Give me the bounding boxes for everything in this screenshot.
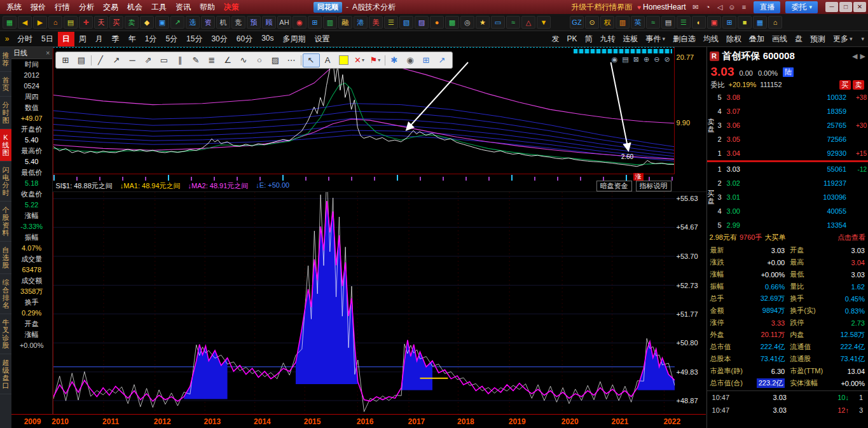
quick-icon[interactable]: ◎ bbox=[460, 16, 474, 29]
order-row[interactable]: 33.0625765+30 bbox=[715, 118, 868, 132]
chart-tool-item[interactable]: 连板 bbox=[619, 32, 642, 46]
wave-tool-icon[interactable]: ∿ bbox=[236, 54, 252, 67]
chart-tool-item[interactable]: 画线 bbox=[768, 32, 791, 46]
quick-icon[interactable]: ◆ bbox=[140, 16, 154, 29]
quick-icon[interactable]: 选 bbox=[186, 16, 200, 29]
order-row[interactable]: 23.0572566 bbox=[715, 132, 868, 146]
minimize-button[interactable]: ─ bbox=[825, 2, 838, 12]
segment-line-icon[interactable]: ─ bbox=[125, 54, 141, 67]
period-tab[interactable]: 年 bbox=[124, 32, 141, 46]
quick-icon[interactable]: ☰ bbox=[677, 16, 691, 29]
more-tools-icon[interactable]: ⋯ bbox=[284, 54, 300, 67]
circle-tool-icon[interactable]: ○ bbox=[252, 54, 268, 67]
overview-scroll-strip[interactable] bbox=[574, 49, 672, 53]
upgrade-link[interactable]: 升级千档行情界面 bbox=[571, 2, 632, 13]
big-order-notice[interactable]: 2.98元有 9760手 大买单 点击查看 bbox=[707, 232, 868, 243]
indicator-window-icon[interactable]: ▤ bbox=[74, 54, 90, 67]
quick-icon[interactable]: ▼ bbox=[537, 16, 551, 29]
quick-icon[interactable]: 英 bbox=[631, 16, 645, 29]
sidebar-item[interactable]: 首页 bbox=[0, 72, 11, 97]
menu-item[interactable]: 系统 bbox=[2, 2, 26, 13]
quick-icon[interactable]: ▩ bbox=[445, 16, 459, 29]
quick-icon[interactable]: 卖 bbox=[125, 16, 139, 29]
hatch-tool-icon[interactable]: ▨ bbox=[268, 54, 284, 67]
notice-action-link[interactable]: 点击查看 bbox=[837, 233, 865, 242]
chart-tool-item[interactable]: 删自选 bbox=[669, 32, 699, 46]
quick-icon[interactable]: ◐ bbox=[692, 16, 706, 29]
channel-tool-icon[interactable]: ∥ bbox=[172, 54, 188, 67]
period-tab[interactable]: 30s bbox=[257, 32, 278, 46]
quick-icon[interactable]: ▭ bbox=[491, 16, 505, 29]
period-tab[interactable]: 5分 bbox=[161, 32, 182, 46]
menu-item[interactable]: 资讯 bbox=[171, 2, 195, 13]
quick-icon[interactable]: ◀ bbox=[18, 16, 32, 29]
quick-icon[interactable]: ▦ bbox=[753, 16, 767, 29]
quick-icon[interactable]: ↗ bbox=[170, 16, 184, 29]
quick-icon[interactable]: ⊞ bbox=[722, 16, 736, 29]
quick-icon[interactable]: 权 bbox=[600, 16, 614, 29]
quick-icon[interactable]: ▶ bbox=[33, 16, 47, 29]
quick-icon[interactable]: ⊙ bbox=[585, 16, 599, 29]
chart-tool-item[interactable]: ▾ bbox=[856, 34, 868, 44]
quick-icon[interactable]: ▥ bbox=[323, 16, 337, 29]
quick-icon[interactable]: 天 bbox=[94, 16, 108, 29]
quick-icon[interactable]: ▨ bbox=[415, 16, 429, 29]
quick-icon[interactable]: AH bbox=[277, 16, 291, 29]
lock-icon[interactable]: ⊠ bbox=[633, 55, 639, 64]
chart-tool-item[interactable]: 九转 bbox=[596, 32, 619, 46]
sidebar-item[interactable]: 综合排名 bbox=[0, 274, 11, 314]
order-row[interactable]: 53.0810032+38 bbox=[715, 90, 868, 104]
quick-icon[interactable]: ● bbox=[430, 16, 444, 29]
quick-icon[interactable]: 融 bbox=[338, 16, 352, 29]
toggle-visibility-icon[interactable]: ◉ bbox=[403, 54, 418, 67]
share-draw-icon[interactable]: ↗ bbox=[434, 54, 450, 67]
price-plot[interactable]: ◉▤⊠⊕⊖⊘ ⊞▤╱↗─⇗▭∥✎≣∠∿○▨⋯↖A✕▾⚑▾✱◉⊞↗ 2.60 bbox=[53, 47, 675, 174]
menu-item[interactable]: 行情 bbox=[50, 2, 74, 13]
menu-item[interactable]: 机会 bbox=[123, 2, 147, 13]
text-tool-icon[interactable]: A bbox=[320, 54, 336, 67]
sidebar-item[interactable]: 分时图 bbox=[0, 97, 11, 129]
chart-tool-item[interactable]: 盘 bbox=[791, 32, 806, 46]
quick-icon[interactable]: ⌂ bbox=[768, 16, 782, 29]
close-icon[interactable]: × bbox=[46, 49, 50, 57]
quick-icon[interactable]: ▣ bbox=[707, 16, 721, 29]
chart-tool-item[interactable]: 除权 bbox=[722, 32, 745, 46]
quick-icon[interactable]: ▤ bbox=[661, 16, 675, 29]
menu-item[interactable]: 工具 bbox=[147, 2, 171, 13]
sidebar-item[interactable]: 牛叉诊股 bbox=[0, 314, 11, 354]
period-tab[interactable]: 1分 bbox=[141, 32, 162, 46]
delete-drawing-icon[interactable]: ✕▾ bbox=[352, 54, 368, 67]
flag-tool-icon[interactable]: ⚑▾ bbox=[368, 54, 383, 67]
buy-button[interactable]: 买 bbox=[839, 80, 851, 90]
quick-icon[interactable]: 顾 bbox=[262, 16, 276, 29]
account-name[interactable]: ♥HonestHeart bbox=[637, 3, 685, 11]
order-row[interactable]: 43.0040055 bbox=[715, 204, 868, 218]
order-row[interactable]: 23.02119237 bbox=[715, 176, 868, 190]
next-stock-icon[interactable]: ▶ bbox=[860, 52, 865, 60]
eye-icon[interactable]: ◉ bbox=[612, 55, 618, 64]
period-tab[interactable]: 15分 bbox=[182, 32, 207, 46]
quick-icon[interactable]: ■ bbox=[738, 16, 752, 29]
sidebar-item[interactable]: 闪电分时 bbox=[0, 162, 11, 202]
quick-icon[interactable]: ⊞ bbox=[308, 16, 322, 29]
quick-icon[interactable]: △ bbox=[521, 16, 535, 29]
quick-icon[interactable]: 预 bbox=[247, 16, 261, 29]
period-tab[interactable]: 周 bbox=[74, 32, 91, 46]
menu-item[interactable]: 报价 bbox=[26, 2, 50, 13]
period-tab[interactable]: 5日 bbox=[37, 32, 58, 46]
quick-icon[interactable]: 美 bbox=[369, 16, 383, 29]
rect-tool-icon[interactable]: ▭ bbox=[156, 54, 172, 67]
quick-icon[interactable]: ☰ bbox=[384, 16, 398, 29]
kline-period-tab[interactable]: 日线 × bbox=[11, 47, 52, 59]
period-tab[interactable]: 30分 bbox=[207, 32, 231, 46]
grid-tool-icon[interactable]: ⊞ bbox=[418, 54, 434, 67]
order-row[interactable]: 43.0718359 bbox=[715, 104, 868, 118]
collapse-chevrons-icon[interactable]: » bbox=[1, 34, 13, 43]
sidebar-item[interactable]: K线图 bbox=[0, 129, 11, 162]
print-icon[interactable]: ▤ bbox=[622, 55, 628, 64]
quick-icon[interactable]: ≈ bbox=[506, 16, 520, 29]
period-tab[interactable]: 60分 bbox=[232, 32, 257, 46]
quick-icon[interactable]: GZ bbox=[570, 16, 584, 29]
chart-tool-item[interactable]: 叠加 bbox=[745, 32, 768, 46]
zoom-in-icon[interactable]: ⊕ bbox=[644, 55, 649, 64]
